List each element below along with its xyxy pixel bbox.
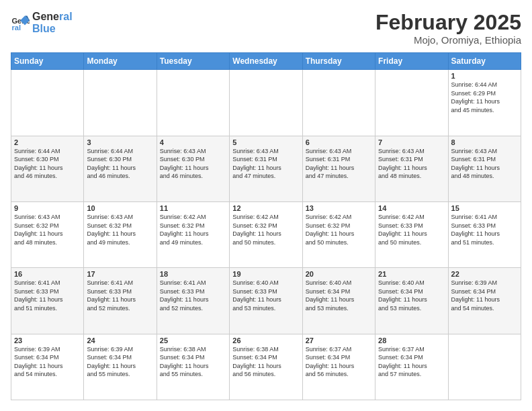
day-info: Sunrise: 6:44 AMSunset: 6:29 PMDaylight:… [451,81,518,114]
day-number: 6 [306,138,372,146]
day-info: Sunrise: 6:40 AMSunset: 6:33 PMDaylight:… [232,279,299,312]
day-number: 25 [160,336,226,345]
logo-line1: General [32,11,73,23]
calendar-cell [11,70,84,136]
calendar-cell: 24Sunrise: 6:39 AMSunset: 6:34 PMDayligh… [84,334,157,400]
calendar-week-row-1: 1Sunrise: 6:44 AMSunset: 6:29 PMDaylight… [11,70,521,136]
day-info: Sunrise: 6:38 AMSunset: 6:34 PMDaylight:… [232,345,299,379]
day-info: Sunrise: 6:44 AMSunset: 6:30 PMDaylight:… [87,147,153,181]
calendar-table: SundayMondayTuesdayWednesdayThursdayFrid… [11,52,521,400]
weekday-header-sunday: Sunday [11,53,84,70]
weekday-header-thursday: Thursday [302,53,375,70]
day-info: Sunrise: 6:43 AMSunset: 6:30 PMDaylight:… [160,147,226,181]
day-number: 16 [14,270,81,278]
weekday-header-monday: Monday [84,53,157,70]
calendar-cell: 16Sunrise: 6:41 AMSunset: 6:33 PMDayligh… [11,268,84,334]
page: Gene ral General Blue February 2025 Mojo… [0,0,532,411]
day-number: 12 [232,204,299,212]
day-info: Sunrise: 6:39 AMSunset: 6:34 PMDaylight:… [451,279,518,312]
day-number: 19 [232,270,299,278]
day-number: 21 [378,270,445,278]
calendar-cell: 17Sunrise: 6:41 AMSunset: 6:33 PMDayligh… [84,268,157,334]
day-number: 1 [451,72,518,80]
day-info: Sunrise: 6:43 AMSunset: 6:32 PMDaylight:… [14,213,81,246]
day-info: Sunrise: 6:37 AMSunset: 6:34 PMDaylight:… [306,345,372,379]
day-number: 23 [14,336,81,345]
day-info: Sunrise: 6:42 AMSunset: 6:32 PMDaylight:… [306,213,372,246]
day-info: Sunrise: 6:42 AMSunset: 6:33 PMDaylight:… [378,213,445,246]
calendar-cell: 25Sunrise: 6:38 AMSunset: 6:34 PMDayligh… [157,334,229,400]
weekday-header-row: SundayMondayTuesdayWednesdayThursdayFrid… [11,53,521,70]
day-number: 20 [306,270,372,278]
day-info: Sunrise: 6:40 AMSunset: 6:34 PMDaylight:… [378,279,445,312]
calendar-cell: 7Sunrise: 6:43 AMSunset: 6:31 PMDaylight… [375,136,448,201]
weekday-header-wednesday: Wednesday [230,53,302,70]
calendar-week-row-2: 2Sunrise: 6:44 AMSunset: 6:30 PMDaylight… [11,136,521,201]
day-number: 9 [14,204,81,212]
calendar-cell: 8Sunrise: 6:43 AMSunset: 6:31 PMDaylight… [448,136,521,201]
logo-text-block: General Blue [32,11,73,34]
calendar-week-row-3: 9Sunrise: 6:43 AMSunset: 6:32 PMDaylight… [11,201,521,267]
logo-line2: Blue [32,23,73,35]
day-info: Sunrise: 6:43 AMSunset: 6:31 PMDaylight:… [306,147,372,181]
day-number: 7 [378,138,445,146]
calendar-cell [302,70,375,136]
calendar-cell [375,70,448,136]
day-info: Sunrise: 6:37 AMSunset: 6:34 PMDaylight:… [378,345,445,379]
calendar-cell: 11Sunrise: 6:42 AMSunset: 6:32 PMDayligh… [157,201,229,267]
day-info: Sunrise: 6:43 AMSunset: 6:31 PMDaylight:… [451,147,518,181]
logo-icon: Gene ral [11,13,30,32]
calendar-cell: 28Sunrise: 6:37 AMSunset: 6:34 PMDayligh… [375,334,448,400]
calendar-cell: 22Sunrise: 6:39 AMSunset: 6:34 PMDayligh… [448,268,521,334]
title-block: February 2025 Mojo, Oromiya, Ethiopia [375,11,521,46]
day-info: Sunrise: 6:41 AMSunset: 6:33 PMDaylight:… [160,279,226,312]
calendar-cell [157,70,229,136]
day-number: 13 [306,204,372,212]
calendar-cell: 20Sunrise: 6:40 AMSunset: 6:34 PMDayligh… [302,268,375,334]
calendar-cell: 4Sunrise: 6:43 AMSunset: 6:30 PMDaylight… [157,136,229,201]
day-info: Sunrise: 6:39 AMSunset: 6:34 PMDaylight:… [14,345,81,379]
calendar-cell [448,334,521,400]
day-number: 17 [87,270,153,278]
calendar-cell [230,70,302,136]
day-number: 28 [378,336,445,345]
calendar-cell: 19Sunrise: 6:40 AMSunset: 6:33 PMDayligh… [230,268,302,334]
calendar-cell: 15Sunrise: 6:41 AMSunset: 6:33 PMDayligh… [448,201,521,267]
calendar-cell: 1Sunrise: 6:44 AMSunset: 6:29 PMDaylight… [448,70,521,136]
weekday-header-tuesday: Tuesday [157,53,229,70]
day-number: 27 [306,336,372,345]
weekday-header-friday: Friday [375,53,448,70]
day-number: 3 [87,138,153,146]
calendar-cell [84,70,157,136]
calendar-cell: 13Sunrise: 6:42 AMSunset: 6:32 PMDayligh… [302,201,375,267]
day-info: Sunrise: 6:39 AMSunset: 6:34 PMDaylight:… [87,345,153,379]
day-number: 5 [232,138,299,146]
day-number: 14 [378,204,445,212]
day-number: 15 [451,204,518,212]
weekday-header-saturday: Saturday [448,53,521,70]
day-info: Sunrise: 6:43 AMSunset: 6:32 PMDaylight:… [87,213,153,246]
day-number: 2 [14,138,81,146]
day-number: 22 [451,270,518,278]
calendar-cell: 3Sunrise: 6:44 AMSunset: 6:30 PMDaylight… [84,136,157,201]
day-info: Sunrise: 6:43 AMSunset: 6:31 PMDaylight:… [232,147,299,181]
day-info: Sunrise: 6:42 AMSunset: 6:32 PMDaylight:… [160,213,226,246]
calendar-cell: 5Sunrise: 6:43 AMSunset: 6:31 PMDaylight… [230,136,302,201]
logo: Gene ral General Blue [11,11,73,34]
calendar-cell: 26Sunrise: 6:38 AMSunset: 6:34 PMDayligh… [230,334,302,400]
day-number: 26 [232,336,299,345]
calendar-cell: 6Sunrise: 6:43 AMSunset: 6:31 PMDaylight… [302,136,375,201]
day-info: Sunrise: 6:44 AMSunset: 6:30 PMDaylight:… [14,147,81,181]
header: Gene ral General Blue February 2025 Mojo… [11,11,521,46]
day-number: 11 [160,204,226,212]
day-info: Sunrise: 6:41 AMSunset: 6:33 PMDaylight:… [14,279,81,312]
day-info: Sunrise: 6:38 AMSunset: 6:34 PMDaylight:… [160,345,226,379]
day-info: Sunrise: 6:41 AMSunset: 6:33 PMDaylight:… [451,213,518,246]
calendar-cell: 9Sunrise: 6:43 AMSunset: 6:32 PMDaylight… [11,201,84,267]
calendar-cell: 2Sunrise: 6:44 AMSunset: 6:30 PMDaylight… [11,136,84,201]
calendar-week-row-4: 16Sunrise: 6:41 AMSunset: 6:33 PMDayligh… [11,268,521,334]
main-title: February 2025 [375,11,521,34]
svg-text:ral: ral [11,24,21,32]
calendar-cell: 12Sunrise: 6:42 AMSunset: 6:32 PMDayligh… [230,201,302,267]
day-number: 8 [451,138,518,146]
